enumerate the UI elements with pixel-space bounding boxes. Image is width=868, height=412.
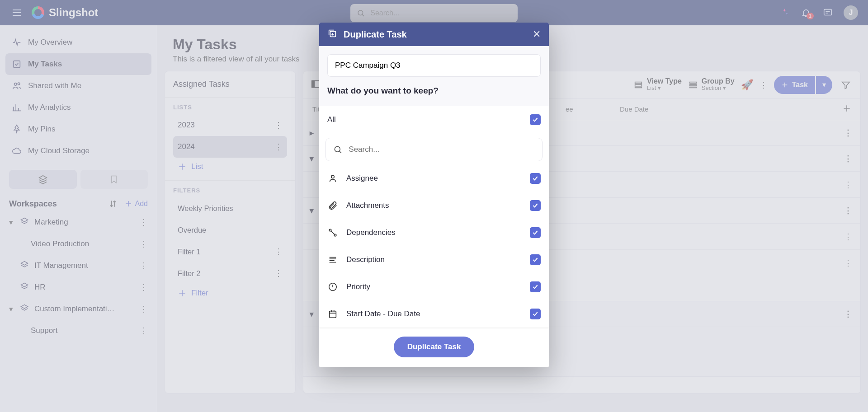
description-icon	[327, 255, 338, 265]
svg-point-15	[331, 175, 334, 178]
option-label: All	[327, 115, 336, 124]
checkbox-checked-icon[interactable]	[530, 114, 541, 125]
paperclip-icon	[327, 201, 338, 211]
option-assignee[interactable]: Assignee	[319, 165, 549, 192]
duplicate-icon	[327, 28, 337, 41]
option-label: Dependencies	[346, 228, 396, 237]
task-name-input[interactable]	[327, 54, 541, 77]
option-priority[interactable]: Priority	[319, 273, 549, 300]
svg-rect-19	[330, 311, 336, 318]
modal-footer: Duplicate Task	[319, 328, 549, 367]
modal-question: What do you want to keep?	[327, 86, 541, 96]
person-icon	[327, 173, 338, 183]
checkbox-checked-icon[interactable]	[530, 254, 541, 265]
modal-header: Duplicate Task ✕	[319, 23, 549, 46]
checkbox-checked-icon[interactable]	[530, 281, 541, 292]
checkbox-checked-icon[interactable]	[530, 173, 541, 184]
option-label: Description	[346, 255, 385, 264]
close-icon[interactable]: ✕	[533, 28, 541, 40]
search-icon	[333, 145, 342, 154]
modal-body: What do you want to keep?	[319, 46, 549, 106]
modal-options: All Assignee Attachments Dependencies De…	[319, 106, 549, 328]
checkbox-checked-icon[interactable]	[530, 200, 541, 211]
option-all[interactable]: All	[319, 106, 549, 133]
option-dates[interactable]: Start Date - Due Date	[319, 300, 549, 328]
priority-icon	[327, 282, 338, 292]
calendar-icon	[327, 309, 338, 319]
option-attachments[interactable]: Attachments	[319, 192, 549, 219]
duplicate-task-button[interactable]: Duplicate Task	[394, 337, 475, 357]
option-label: Start Date - Due Date	[346, 309, 420, 318]
option-dependencies[interactable]: Dependencies	[319, 219, 549, 246]
option-label: Attachments	[346, 201, 389, 210]
option-description[interactable]: Description	[319, 246, 549, 273]
svg-point-14	[335, 146, 340, 152]
duplicate-task-modal: Duplicate Task ✕ What do you want to kee…	[319, 23, 549, 367]
checkbox-checked-icon[interactable]	[530, 227, 541, 238]
dependencies-icon	[327, 228, 338, 238]
option-label: Assignee	[346, 174, 378, 183]
checkbox-checked-icon[interactable]	[530, 309, 541, 319]
svg-point-17	[334, 234, 336, 236]
option-search-input[interactable]	[349, 145, 535, 154]
modal-title: Duplicate Task	[344, 29, 407, 40]
svg-point-16	[329, 229, 331, 231]
option-search[interactable]	[326, 138, 542, 161]
option-label: Priority	[346, 282, 370, 291]
